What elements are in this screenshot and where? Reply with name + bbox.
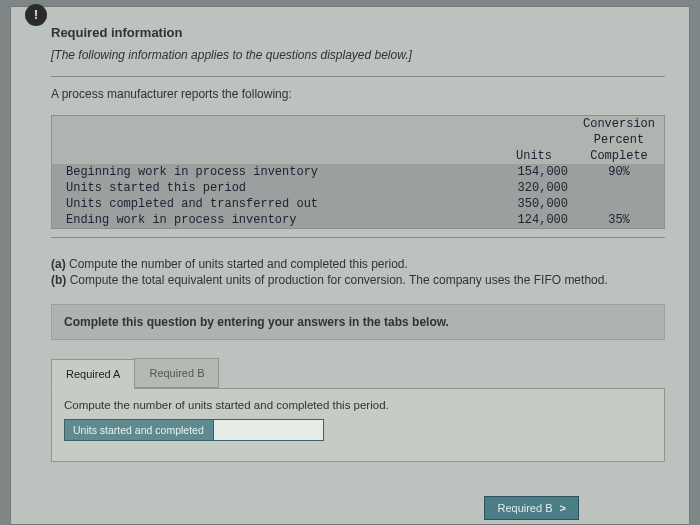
question-list: (a) Compute the number of units started … (51, 256, 665, 288)
answer-input[interactable] (214, 419, 324, 441)
next-required-b-button[interactable]: Required B > (484, 496, 579, 520)
chevron-right-icon: > (556, 502, 566, 514)
question-a: (a) Compute the number of units started … (51, 256, 665, 272)
divider (51, 237, 665, 238)
divider (51, 76, 665, 77)
table-row: Ending work in process inventory 124,000… (52, 212, 664, 228)
tabs: Required A Required B (51, 358, 665, 388)
table-row: Units started this period 320,000 (52, 180, 664, 196)
alert-icon: ! (25, 4, 47, 26)
col-conversion: Conversion (574, 116, 664, 132)
col-complete: Complete (574, 148, 664, 164)
tab-required-b[interactable]: Required B (134, 358, 219, 388)
lead-text: A process manufacturer reports the follo… (51, 87, 665, 101)
question-b: (b) Compute the total equivalent units o… (51, 272, 665, 288)
tab-required-a[interactable]: Required A (51, 359, 135, 389)
panel-prompt: Compute the number of units started and … (64, 399, 652, 411)
col-percent: Percent (574, 132, 664, 148)
next-button-label: Required B (497, 502, 552, 514)
answer-row-label: Units started and completed (64, 419, 214, 441)
data-table-block: Conversion Percent Units Complete Beginn… (51, 115, 665, 229)
table-row: Units completed and transferred out 350,… (52, 196, 664, 212)
instruction-box: Complete this question by entering your … (51, 304, 665, 340)
tab-panel: Compute the number of units started and … (51, 388, 665, 462)
preface-note: [The following information applies to th… (51, 48, 665, 62)
col-units: Units (494, 148, 574, 164)
table-row: Beginning work in process inventory 154,… (52, 164, 664, 180)
data-table: Conversion Percent Units Complete Beginn… (52, 116, 664, 228)
section-heading: Required information (51, 25, 665, 40)
